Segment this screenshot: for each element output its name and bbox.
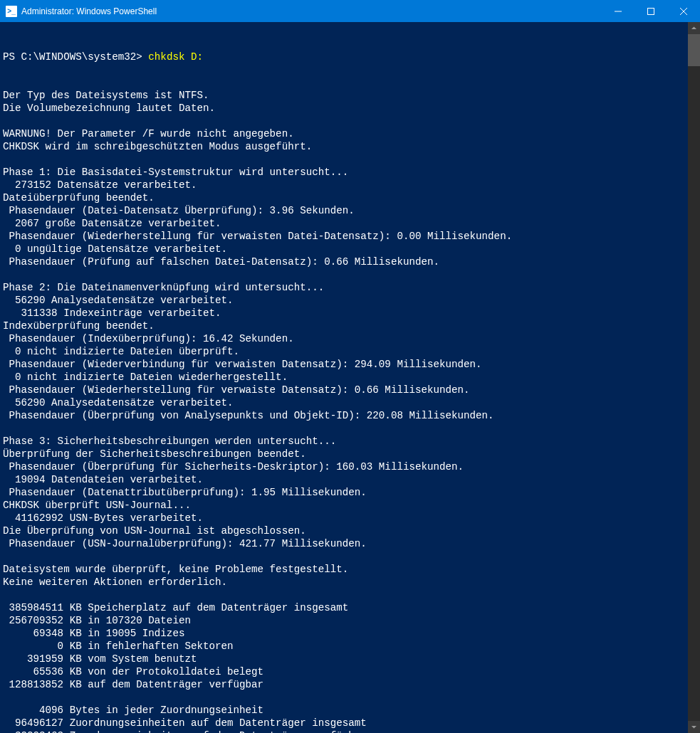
output-line: Die Volumebezeichnung lautet Daten. [3,102,685,115]
output-line: Phasendauer (Wiederverbindung für verwai… [3,358,685,371]
output-line: 0 ungültige Datensätze verarbeitet. [3,243,685,255]
minimize-icon [615,8,622,15]
output-line: Phasendauer (Datenattributüberprüfung): … [3,486,685,499]
output-line: Dateiüberprüfung beendet. [3,191,685,204]
maximize-button[interactable] [634,0,667,22]
output-line: 19094 Datendateien verarbeitet. [3,473,685,486]
chevron-down-icon [691,724,696,729]
scroll-down-button[interactable] [688,721,700,733]
terminal-output[interactable]: PS C:\WINDOWS\system32> chkdsk D: Der Ty… [0,22,688,733]
output-line: CHKDSK wird im schreibgeschützten Modus … [3,140,685,153]
output-line: 0 nicht indizierte Dateien überprüft. [3,345,685,358]
output-line: 32203463 Zuordnungseinheiten auf dem Dat… [3,729,685,733]
vertical-scrollbar[interactable] [688,22,700,733]
output-line: 128813852 KB auf dem Datenträger verfügb… [3,678,685,691]
output-line: 0 KB in fehlerhaften Sektoren [3,640,685,653]
prompt-line: PS C:\WINDOWS\system32> chkdsk D: [3,51,685,63]
output-line: 2067 große Datensätze verarbeitet. [3,217,685,230]
output-line: 69348 KB in 19095 Indizes [3,627,685,640]
scroll-up-button[interactable] [688,22,700,34]
svg-rect-1 [648,8,654,14]
output-line: 41162992 USN-Bytes verarbeitet. [3,512,685,524]
minimize-button[interactable] [602,0,634,22]
output-line: 65536 KB von der Protokolldatei belegt [3,665,685,678]
output-line: 4096 Bytes in jeder Zuordnungseinheit [3,704,685,717]
output-line: Phasendauer (Wiederherstellung für verwa… [3,230,685,243]
prompt-prefix: PS C:\WINDOWS\system32> [3,51,148,63]
close-icon [680,8,687,15]
output-line: WARNUNG! Der Parameter /F wurde nicht an… [3,127,685,140]
output-line: Der Typ des Dateisystems ist NTFS. [3,89,685,102]
output-line: Phasendauer (Überprüfung für Sicherheits… [3,460,685,473]
output-line [3,589,685,601]
window-titlebar: >_ Administrator: Windows PowerShell [0,0,700,22]
output-line: Keine weiteren Aktionen erforderlich. [3,576,685,589]
output-line: Phasendauer (Prüfung auf falschen Datei-… [3,255,685,268]
output-line [3,691,685,704]
powershell-icon: >_ [6,6,17,17]
powershell-icon-glyph: >_ [7,7,15,15]
output-line: 311338 Indexeinträge verarbeitet. [3,307,685,320]
output-line: 273152 Datensätze verarbeitet. [3,179,685,191]
window-title: Administrator: Windows PowerShell [21,6,157,16]
output-line: 96496127 Zuordnungseinheiten auf dem Dat… [3,717,685,729]
output-line [3,268,685,281]
output-line: 56290 Analysedatensätze verarbeitet. [3,294,685,307]
output-line: Indexüberprüfung beendet. [3,320,685,332]
chevron-up-icon [691,26,696,31]
output-line: Die Überprüfung von USN-Journal ist abge… [3,524,685,537]
output-line: Phasendauer (USN-Journalüberprüfung): 42… [3,537,685,550]
output-line: CHKDSK überprüft USN-Journal... [3,499,685,512]
output-line [3,550,685,563]
output-line [3,115,685,127]
output-line: Phasendauer (Überprüfung von Analysepunk… [3,409,685,422]
output-line [3,153,685,166]
output-line: Phasendauer (Datei-Datensatz Überprüfung… [3,204,685,217]
output-line: 256709352 KB in 107320 Dateien [3,614,685,627]
output-line: Phasendauer (Wiederherstellung für verwa… [3,384,685,396]
output-line: Dateisystem wurde überprüft, keine Probl… [3,563,685,576]
output-line: 56290 Analysedatensätze verarbeitet. [3,396,685,409]
output-line: Überprüfung der Sicherheitsbeschreibunge… [3,448,685,460]
scroll-thumb[interactable] [688,34,700,66]
output-line: Phase 2: Die Dateinamenverknüpfung wird … [3,281,685,294]
command-text: chkdsk D: [148,51,203,63]
output-line: Phase 3: Sicherheitsbeschreibungen werde… [3,435,685,448]
output-line: Phase 1: Die Basisdatei-Systemstruktur w… [3,166,685,179]
output-line: Phasendauer (Indexüberprüfung): 16.42 Se… [3,332,685,345]
output-line: 391959 KB vom System benutzt [3,653,685,665]
close-button[interactable] [667,0,700,22]
output-line: 385984511 KB Speicherplatz auf dem Daten… [3,601,685,614]
output-line: 0 nicht indizierte Dateien wiederhergest… [3,371,685,384]
output-line [3,422,685,435]
maximize-icon [647,8,654,15]
